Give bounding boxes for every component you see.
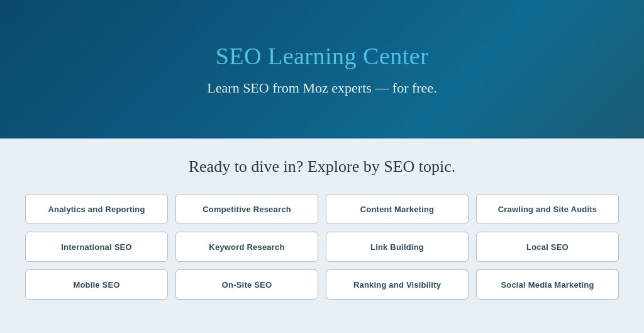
topic-button-on-site-seo[interactable]: On-Site SEO <box>175 269 318 300</box>
topic-button-analytics-reporting[interactable]: Analytics and Reporting <box>25 194 168 224</box>
hero-subtitle: Learn SEO from Moz experts — for free. <box>207 80 436 96</box>
content-section: Ready to dive in? Explore by SEO topic. … <box>0 138 644 333</box>
topics-grid: Analytics and ReportingCompetitive Resea… <box>25 194 619 300</box>
topic-button-local-seo[interactable]: Local SEO <box>476 232 619 262</box>
section-title: Ready to dive in? Explore by SEO topic. <box>189 157 456 176</box>
topic-button-link-building[interactable]: Link Building <box>326 232 469 262</box>
topic-button-keyword-research[interactable]: Keyword Research <box>175 232 318 262</box>
topic-button-crawling-site-audits[interactable]: Crawling and Site Audits <box>476 194 619 224</box>
hero-title: SEO Learning Center <box>216 42 429 70</box>
topic-button-international-seo[interactable]: International SEO <box>25 232 168 262</box>
topic-button-social-media-marketing[interactable]: Social Media Marketing <box>476 269 619 300</box>
topic-button-content-marketing[interactable]: Content Marketing <box>326 194 469 224</box>
topic-button-mobile-seo[interactable]: Mobile SEO <box>25 269 168 300</box>
topic-button-ranking-visibility[interactable]: Ranking and Visibility <box>326 269 469 300</box>
topic-button-competitive-research[interactable]: Competitive Research <box>175 194 318 224</box>
hero-section: SEO Learning Center Learn SEO from Moz e… <box>0 0 644 138</box>
